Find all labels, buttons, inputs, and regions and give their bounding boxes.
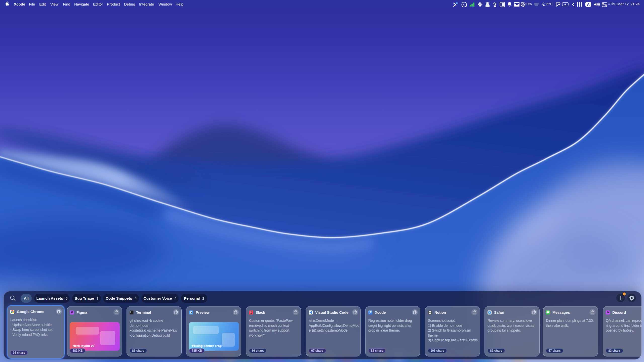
- svg-text:A: A: [587, 2, 590, 7]
- svg-text:F: F: [71, 312, 72, 314]
